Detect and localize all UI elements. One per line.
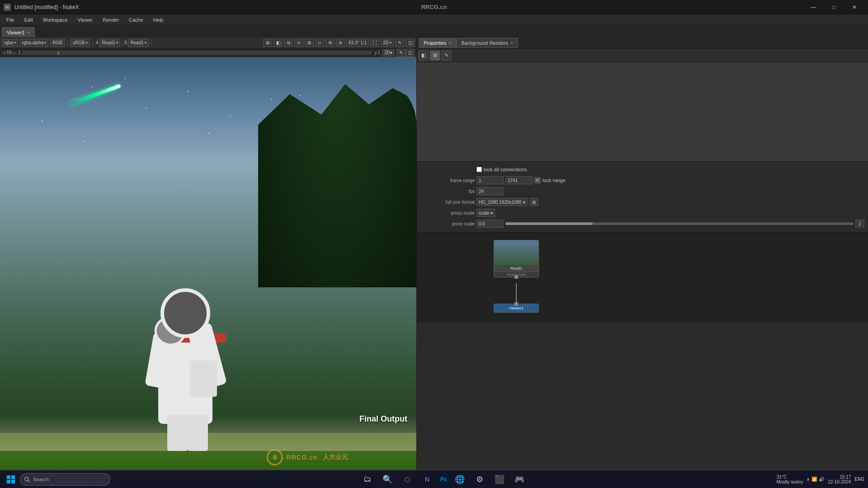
brush-button[interactable]: ✎: [395, 39, 404, 47]
lock-all-checkbox[interactable]: [476, 167, 482, 172]
viewer-btn6[interactable]: ☺: [315, 39, 324, 47]
ruler-btn[interactable]: ✎: [396, 49, 406, 57]
lock-range-x[interactable]: ✕: [534, 177, 541, 183]
taskbar-nuke[interactable]: N: [418, 471, 436, 488]
viewer-btn2[interactable]: ◧: [274, 39, 283, 47]
svg-rect-2: [7, 480, 10, 483]
panel-tabs: Properties × Background Renders ×: [417, 37, 868, 49]
proxy-mode-dropdown[interactable]: scale ▾: [476, 209, 495, 217]
panel-icon-bar: ◧ ⊞ ✎: [417, 49, 868, 62]
lock-range-label: lock range: [542, 178, 566, 183]
ruler-nav: ◁ f/8 ▷ 1: [2, 50, 21, 55]
nav-arrow-left[interactable]: ◁: [2, 50, 5, 55]
lock-all-value: lock all connections: [476, 167, 864, 172]
menu-cache[interactable]: Cache: [124, 16, 148, 23]
lock-all-text: lock all connections: [484, 167, 527, 172]
background-renders-label: Background Renders: [461, 40, 508, 46]
alpha-dropdown[interactable]: rgba.alpha ▾: [20, 39, 48, 47]
properties-tab-close[interactable]: ×: [449, 41, 451, 45]
view-2d-dropdown[interactable]: 2D ▾: [382, 49, 395, 56]
taskbar-photoshop[interactable]: Ps: [438, 474, 449, 485]
proxy-scale-input[interactable]: [476, 220, 504, 228]
node-wire: [516, 283, 517, 304]
fps-input[interactable]: [476, 187, 504, 195]
wm-text-rrcg: RRCG.cn: [287, 454, 317, 461]
tray-arrow[interactable]: ∧: [807, 477, 810, 482]
window-controls: — □ ✕: [803, 0, 864, 14]
viewer1-node[interactable]: Viewer1: [494, 304, 539, 313]
full-size-btn[interactable]: ⊞: [529, 198, 538, 206]
taskbar-search-app[interactable]: 🔍: [378, 471, 396, 488]
watermark-logo: ⊕ RRCG.cn 人大众元: [267, 449, 348, 465]
view-mode-dropdown[interactable]: 2D ▾: [381, 39, 394, 47]
panel-icon-2[interactable]: ⊞: [430, 51, 440, 61]
taskbar-cmd[interactable]: ⬛: [491, 471, 509, 488]
taskbar-app6[interactable]: ⚙: [471, 471, 489, 488]
input-a-dropdown[interactable]: Read1 ▾: [99, 39, 120, 47]
viewer1-tab[interactable]: Viewer1 ×: [2, 27, 35, 37]
maximize-button[interactable]: □: [824, 0, 844, 14]
close-button[interactable]: ✕: [844, 0, 864, 14]
minimize-button[interactable]: —: [803, 0, 824, 14]
title-bar: N Untitled [modified] - NukeX RRCG.cn — …: [0, 0, 868, 14]
viewer-ruler: ◁ f/8 ▷ 1 y 1 2D ▾ ✎ ◫: [0, 49, 416, 57]
zoom-display: 63.3° 1:1: [346, 39, 369, 47]
taskbar-app3[interactable]: ⬡: [398, 471, 416, 488]
transfer-dropdown[interactable]: sRGB ▾: [71, 39, 90, 47]
background-renders-tab[interactable]: Background Renders ×: [456, 38, 518, 48]
full-size-dropdown[interactable]: HD_1080 868x488 ▾: [476, 198, 528, 206]
svg-rect-3: [11, 480, 15, 483]
start-button[interactable]: [4, 472, 18, 487]
viewer-toolbtn[interactable]: ◫: [406, 39, 415, 47]
toolbar-sep1: [67, 39, 68, 47]
menu-file[interactable]: File: [2, 16, 19, 23]
taskbar-app8[interactable]: 🎮: [510, 471, 528, 488]
viewer1-tab-close[interactable]: ×: [28, 30, 30, 35]
taskbar-explorer[interactable]: 🗂: [359, 471, 377, 488]
viewer1-input[interactable]: [514, 302, 518, 306]
fps-value: [476, 187, 864, 195]
menu-viewer[interactable]: Viewer: [73, 16, 97, 23]
input-b-dropdown[interactable]: Read1 ▾: [128, 39, 148, 47]
frame-range-label: frame range: [420, 178, 475, 183]
fullscreen-button[interactable]: ⛶: [370, 39, 379, 47]
search-placeholder: Search: [33, 477, 49, 482]
tray-wifi: 📶: [811, 477, 817, 482]
main-layout: rgba ▾ rgba.alpha ▾ RGB sRGB ▾ A: [0, 37, 868, 488]
read1-output[interactable]: [514, 275, 518, 279]
read1-node[interactable]: Read1 Keying.mp4: [494, 240, 539, 277]
properties-tab-label: Properties: [424, 40, 446, 46]
menu-render[interactable]: Render: [98, 16, 123, 23]
panel-icon-1[interactable]: ◧: [419, 51, 429, 61]
colorspace-dropdown[interactable]: RGB: [50, 39, 65, 47]
channel-dropdown[interactable]: rgba ▾: [2, 39, 18, 47]
viewer-btn3[interactable]: ⧉: [284, 39, 293, 47]
pause-button[interactable]: ⏸: [336, 39, 345, 47]
panel-icon-3[interactable]: ✎: [441, 51, 451, 61]
taskbar-chrome[interactable]: 🌐: [451, 471, 469, 488]
taskbar-search-bar[interactable]: Search: [20, 473, 110, 486]
taskbar-right: 31°C Mostly sunny ∧ 📶 🔊 15:17 22-10-2024…: [777, 474, 864, 484]
properties-tab[interactable]: Properties ×: [419, 38, 456, 48]
menu-help[interactable]: Help: [149, 16, 168, 23]
svg-point-4: [25, 477, 28, 481]
comet: [69, 84, 121, 106]
proxy-scale-slider[interactable]: [505, 222, 854, 225]
proxy-scale-btn[interactable]: 2: [855, 220, 864, 228]
fps-label: fps: [420, 189, 475, 194]
proxy-mode-label: proxy mode: [420, 211, 475, 216]
background-renders-close[interactable]: ×: [511, 41, 513, 45]
frame-start-input[interactable]: 1: [476, 176, 504, 184]
menu-workspace[interactable]: Workspace: [38, 16, 72, 23]
viewer-btn5[interactable]: ⊞: [305, 39, 314, 47]
roi-button[interactable]: ⊞: [263, 39, 272, 47]
frame-end-input[interactable]: 1741: [505, 176, 533, 184]
viewer-canvas[interactable]: Final Output: [0, 57, 416, 478]
ruler-btn2[interactable]: ◫: [406, 49, 415, 57]
ab-inputs: A Read1 ▾ B Read1 ▾: [96, 39, 149, 47]
menu-edit[interactable]: Edit: [20, 16, 38, 23]
final-output-label: Final Output: [359, 414, 407, 424]
viewer-btn7[interactable]: ⚙: [326, 39, 335, 47]
viewer-btn4[interactable]: ≡: [294, 39, 303, 47]
nav-arrow-right[interactable]: ▷: [13, 50, 17, 55]
